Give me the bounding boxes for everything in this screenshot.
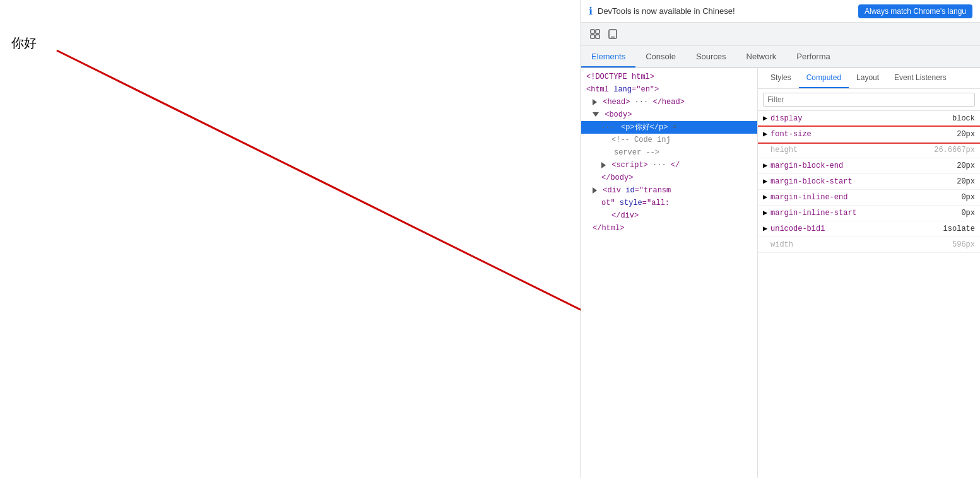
prop-name: height (770, 144, 934, 156)
filter-input[interactable] (763, 93, 975, 107)
devtools-toolbar (581, 23, 980, 45)
prop-name: unicode-bidi (770, 223, 943, 235)
prop-width[interactable]: width 596px (758, 237, 980, 253)
dom-head[interactable]: <head> ··· </head> (581, 96, 757, 108)
svg-rect-5 (596, 35, 599, 38)
prop-margin-block-end[interactable]: ▶ margin-block-end 20px (758, 158, 980, 174)
tab-sources[interactable]: Sources (686, 47, 736, 67)
dom-html: <html lang="en"> (581, 83, 757, 96)
dom-html-close: </html> (581, 222, 757, 235)
red-arrow (0, 0, 581, 478)
tab-network[interactable]: Network (736, 47, 787, 67)
expand-icon (593, 99, 597, 105)
subtab-layout[interactable]: Layout (849, 68, 887, 88)
tab-elements[interactable]: Elements (581, 47, 635, 67)
prop-margin-inline-start[interactable]: ▶ margin-inline-start 0px (758, 206, 980, 221)
tab-performance[interactable]: Performa (786, 47, 840, 67)
subtab-computed[interactable]: Computed (799, 68, 849, 88)
svg-rect-4 (591, 35, 594, 38)
prop-margin-inline-end[interactable]: ▶ margin-inline-end 0px (758, 190, 980, 206)
prop-expand-icon: ▶ (763, 175, 770, 188)
prop-value: 20px (957, 128, 975, 141)
prop-name: margin-block-start (770, 175, 957, 188)
notification-bar: ℹ DevTools is now available in Chinese! … (581, 0, 980, 23)
prop-name: margin-inline-end (770, 191, 961, 204)
computed-filter (758, 89, 980, 111)
subtab-event-listeners[interactable]: Event Listeners (887, 68, 954, 88)
expand-icon (601, 162, 606, 168)
dom-body-close: </body> (581, 172, 757, 184)
prop-expand-icon: ▶ (763, 160, 770, 172)
chinese-text: 你好 (11, 35, 37, 52)
prop-height[interactable]: height 26.6667px (758, 143, 980, 158)
prop-value: 596px (952, 238, 975, 251)
prop-unicode-bidi[interactable]: ▶ unicode-bidi isolate (758, 221, 980, 237)
subtab-styles[interactable]: Styles (763, 68, 799, 88)
prop-value: block (952, 112, 975, 125)
dom-panel[interactable]: <!DOCTYPE html> <html lang="en"> <head> … (581, 68, 758, 478)
info-icon: ℹ (589, 5, 593, 17)
prop-expand-icon: ▶ (763, 112, 770, 125)
dom-doctype: <!DOCTYPE html> (581, 71, 757, 83)
svg-line-1 (57, 50, 581, 349)
prop-name: display (770, 112, 952, 125)
prop-value: 20px (957, 160, 975, 172)
cursor-icon[interactable] (586, 25, 604, 43)
three-dots: ··· (601, 124, 614, 131)
prop-font-size[interactable]: ▶ font-size 20px (758, 127, 980, 143)
dom-div[interactable]: <div id="transm (581, 184, 757, 197)
dom-div-style: ot" style="all: (581, 197, 757, 209)
svg-rect-7 (611, 37, 615, 38)
svg-rect-2 (591, 30, 594, 33)
prop-expand-icon: ▶ (763, 223, 770, 235)
prop-value: 0px (961, 191, 975, 204)
dom-p-nihao[interactable]: ··· <p>你好</p> = (581, 121, 757, 134)
page-content: 你好 (0, 0, 581, 478)
devtools-tabs: Elements Console Sources Network Perform… (581, 45, 980, 68)
notification-text: DevTools is now available in Chinese! (598, 6, 853, 16)
devtools-panel: ℹ DevTools is now available in Chinese! … (581, 0, 980, 478)
prop-expand-icon: ▶ (763, 191, 770, 204)
styles-subtabs: Styles Computed Layout Event Listeners (758, 68, 980, 89)
expand-icon (593, 187, 597, 194)
prop-value: 26.6667px (934, 144, 975, 156)
always-match-button[interactable]: Always match Chrome's langu (858, 4, 972, 18)
dom-script[interactable]: <script> ··· </ (581, 159, 757, 172)
tab-console[interactable]: Console (635, 47, 686, 67)
styles-panel: Styles Computed Layout Event Listeners ▶… (758, 68, 980, 478)
device-icon[interactable] (604, 25, 622, 43)
dom-comment2: server --> (581, 146, 757, 159)
prop-value: 0px (961, 207, 975, 219)
prop-name: width (770, 238, 952, 251)
prop-name: margin-inline-start (770, 207, 961, 219)
prop-expand-icon: ▶ (763, 207, 770, 219)
svg-rect-3 (596, 30, 599, 33)
prop-name: margin-block-end (770, 160, 957, 172)
dom-div-close: </div> (581, 209, 757, 222)
prop-value: 20px (957, 175, 975, 188)
prop-expand-icon: ▶ (763, 128, 770, 141)
collapse-icon (593, 112, 599, 117)
prop-margin-block-start[interactable]: ▶ margin-block-start 20px (758, 174, 980, 190)
devtools-body: <!DOCTYPE html> <html lang="en"> <head> … (581, 68, 980, 478)
prop-value: isolate (943, 223, 975, 235)
dom-body-open[interactable]: <body> (581, 108, 757, 121)
prop-name: font-size (770, 128, 957, 141)
prop-display[interactable]: ▶ display block (758, 111, 980, 127)
dom-comment1: <!-- Code inj (581, 134, 757, 146)
computed-list: ▶ display block ▶ font-size 20px height … (758, 111, 980, 478)
